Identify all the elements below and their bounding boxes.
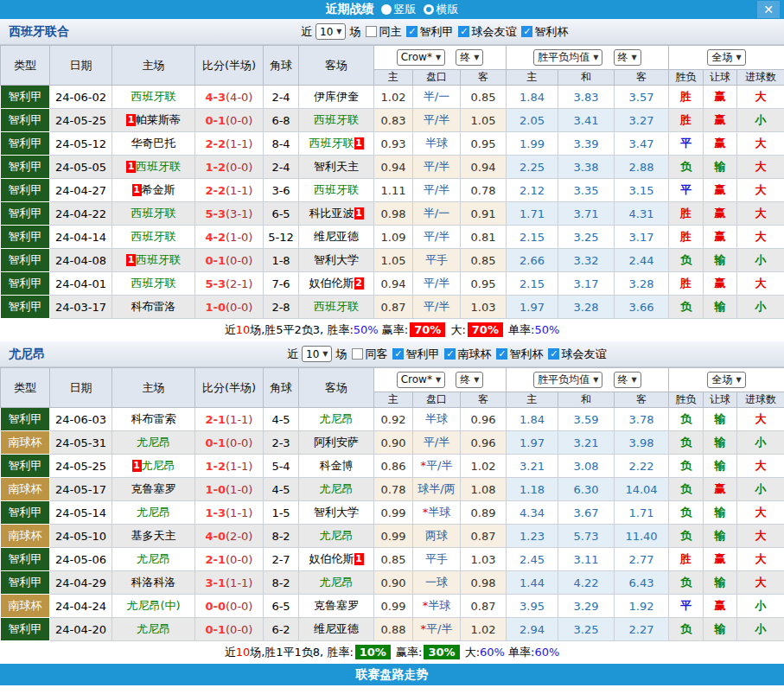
same-venue-label: 同主 (379, 24, 401, 40)
away-team: 维尼亚德 (299, 226, 374, 249)
result-wdl: 负 (669, 431, 704, 455)
avg-draw: 3.17 (558, 272, 615, 296)
match-score: 2-1(1-1) (195, 408, 264, 431)
bookmaker-value: Crow* (401, 51, 432, 63)
checkbox-icon[interactable]: ✓ (406, 26, 417, 37)
live-line-asterisk: * (421, 622, 427, 635)
league-filter-label: 智利杯 (509, 347, 543, 362)
odds-home: 0.87 (374, 296, 413, 319)
corner-score: 1-5 (264, 501, 299, 525)
recent-results-panel: 近期战绩 竖版 横版 ✕ 西班牙联合 近 10 ▼ 场 同主 (0, 0, 784, 685)
avg-draw: 3.41 (558, 109, 615, 132)
odds-away: 0.78 (461, 179, 507, 202)
avg-home: 2.66 (507, 249, 558, 272)
home-team: 科布雷洛 (112, 296, 195, 319)
odds-away: 0.95 (461, 272, 507, 296)
chevron-down-icon: ▼ (436, 376, 441, 384)
odds-final-select[interactable]: 终▼ (456, 49, 483, 66)
col-home: 主场 (112, 46, 195, 86)
checkbox-icon[interactable]: ✓ (458, 26, 469, 37)
bookmaker-select[interactable]: Crow*▼ (397, 372, 445, 388)
result-goals: 大 (737, 501, 784, 525)
league-filter[interactable]: ✓球会友谊 (548, 347, 606, 362)
odds-line: 平/半 (413, 431, 461, 455)
match-score: 0-0(0-0) (195, 595, 264, 618)
league-filter[interactable]: ✓智利甲 (406, 24, 453, 40)
checkbox-icon[interactable]: ✓ (496, 348, 507, 360)
league-filter[interactable]: ✓智利甲 (392, 347, 439, 362)
odds-home: 0.88 (374, 618, 413, 641)
avg-draw: 3.39 (558, 132, 615, 156)
match-row: 智利甲24-06-02西班牙联4-3(4-0)2-4伊库伊奎1.02半/一0.8… (1, 86, 784, 109)
away-team: 科比亚波1 (299, 202, 374, 226)
summary-part: 大: (447, 323, 466, 336)
checkbox-icon[interactable] (366, 26, 377, 37)
league-filter[interactable]: ✓球会友谊 (458, 24, 516, 40)
league-badge: 南球杯 (1, 478, 50, 501)
avg-home: 2.25 (507, 156, 558, 179)
corner-score: 6-2 (264, 618, 299, 641)
match-row: 南球杯24-05-17克鲁塞罗1-0(1-0)4-5尤尼昂0.78球半/两1.0… (1, 478, 784, 501)
match-row: 南球杯24-04-24尤尼昂(中)0-0(0-0)6-5克鲁塞罗0.99*半球0… (1, 595, 784, 618)
avg-draw: 3.25 (558, 618, 615, 641)
bookmaker-value: Crow* (401, 373, 432, 385)
layout-radio-horizontal[interactable]: 横版 (424, 2, 459, 17)
away-team: 西班牙联 (299, 179, 374, 202)
result-wdl: 胜 (669, 226, 704, 249)
league-badge: 智利甲 (1, 249, 50, 272)
odds-final-value: 终 (460, 372, 470, 387)
checkbox-icon[interactable]: ✓ (521, 26, 532, 37)
avg-home: 1.18 (507, 478, 558, 501)
avg-type-select[interactable]: 胜平负均值▼ (533, 372, 602, 388)
sub-result-wdl: 胜负 (669, 392, 704, 408)
checkbox-icon[interactable]: ✓ (548, 348, 559, 360)
result-wdl: 负 (669, 501, 704, 525)
league-badge: 智利甲 (1, 501, 50, 525)
checkbox-icon[interactable]: ✓ (444, 348, 456, 360)
avg-home: 2.15 (507, 272, 558, 296)
match-date: 24-05-17 (50, 478, 112, 501)
live-line-asterisk: * (423, 506, 429, 519)
same-venue-filter[interactable]: 同客 (352, 347, 387, 362)
league-filter[interactable]: ✓南球杯 (444, 347, 491, 362)
match-date: 24-03-17 (50, 296, 112, 319)
match-date: 24-04-29 (50, 571, 112, 595)
chevron-down-icon: ▼ (632, 54, 637, 61)
avg-type-select[interactable]: 胜平负均值▼ (533, 49, 602, 66)
result-wdl: 胜 (669, 109, 704, 132)
avg-away: 3.57 (615, 86, 669, 109)
away-team: 西班牙联 (299, 109, 374, 132)
checkbox-icon[interactable] (352, 348, 363, 360)
match-date: 24-05-25 (50, 455, 112, 478)
odds-final-select[interactable]: 终▼ (456, 372, 483, 388)
chevron-down-icon: ▼ (593, 54, 598, 61)
home-team: 尤尼昂(中) (112, 595, 195, 618)
match-row: 智利甲24-05-06尤尼昂2-1(0-0)2-7奴伯伦斯10.85平手1.03… (1, 548, 784, 571)
avg-home: 4.34 (507, 501, 558, 525)
away-team: 智利天主 (299, 156, 374, 179)
result-handicap: 赢 (704, 86, 737, 109)
odds-away: 1.05 (461, 109, 507, 132)
match-count-select[interactable]: 10 ▼ (316, 23, 346, 40)
result-handicap: 输 (704, 296, 737, 319)
checkbox-icon[interactable]: ✓ (392, 348, 404, 360)
match-count-select[interactable]: 10 ▼ (302, 346, 332, 362)
avg-final-select[interactable]: 终▼ (614, 49, 641, 66)
league-filter-label: 球会友谊 (471, 24, 516, 40)
league-filter[interactable]: ✓智利杯 (496, 347, 543, 362)
league-filter[interactable]: ✓智利杯 (521, 24, 568, 40)
home-team: 西班牙联 (112, 86, 195, 109)
close-button[interactable]: ✕ (757, 1, 780, 18)
odds-line: 平/半 (413, 272, 461, 296)
avg-final-select[interactable]: 终▼ (614, 372, 641, 388)
bookmaker-select[interactable]: Crow*▼ (397, 49, 445, 66)
odds-away: 0.94 (461, 156, 507, 179)
result-wdl: 胜 (669, 202, 704, 226)
same-venue-filter[interactable]: 同主 (366, 24, 401, 40)
home-team: 西班牙联 (112, 226, 195, 249)
scope-select[interactable]: 全场▼ (707, 49, 745, 66)
scope-select[interactable]: 全场▼ (707, 372, 745, 388)
layout-radio-vertical[interactable]: 竖版 (381, 2, 417, 17)
avg-draw: 3.25 (558, 226, 615, 249)
result-wdl: 负 (669, 525, 704, 548)
